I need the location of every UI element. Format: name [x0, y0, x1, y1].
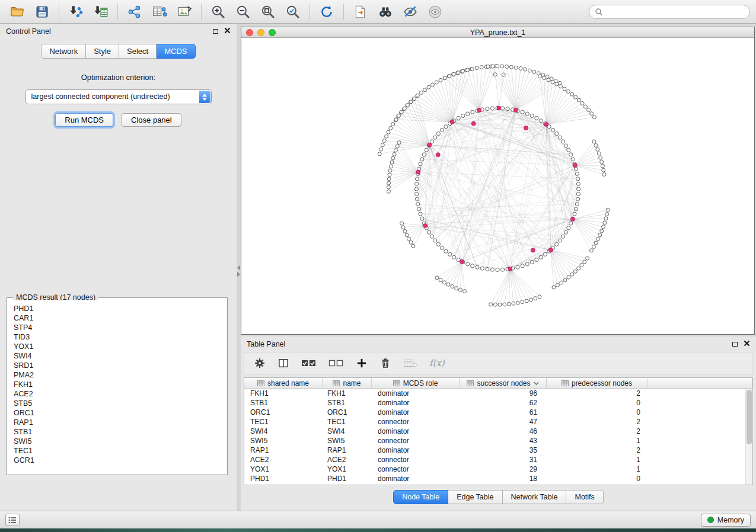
deselect-all-icon[interactable] — [328, 358, 344, 368]
task-history-button[interactable] — [5, 514, 20, 526]
search-input[interactable] — [607, 8, 744, 16]
network-window-titlebar[interactable]: YPA_prune.txt_1 — [241, 27, 754, 38]
table-panel-title: Table Panel — [247, 340, 285, 348]
search-box[interactable] — [589, 5, 750, 19]
float-panel-icon[interactable] — [213, 29, 218, 34]
network-from-table-button[interactable] — [148, 2, 171, 21]
tab-style[interactable]: Style — [86, 44, 119, 59]
column-header-predecessor-nodes[interactable]: predecessor nodes — [547, 378, 647, 389]
mcds-result-item[interactable]: PHD1 — [14, 304, 226, 313]
float-table-panel-icon[interactable] — [732, 342, 738, 347]
column-header-successor-nodes[interactable]: successor nodes — [460, 378, 547, 389]
table-row[interactable]: SWI5SWI5connector431 — [244, 436, 752, 446]
mcds-result-item[interactable]: SRD1 — [14, 361, 226, 370]
mcds-result-item[interactable]: CAR1 — [14, 313, 226, 323]
mcds-result-item[interactable]: TEC1 — [14, 446, 226, 456]
open-folder-icon — [9, 4, 25, 20]
window-zoom-icon[interactable] — [269, 29, 276, 36]
zoom-in-button[interactable] — [207, 2, 229, 21]
show-eye-button[interactable] — [424, 2, 446, 21]
table-row[interactable]: TEC1TEC1connector472 — [244, 417, 752, 427]
window-minimize-icon[interactable] — [257, 29, 264, 36]
mcds-result-item[interactable]: SWI5 — [14, 437, 226, 446]
mcds-result-item[interactable]: STB1 — [14, 427, 226, 437]
delete-row-icon[interactable] — [379, 357, 391, 369]
attribute-icon — [257, 380, 264, 386]
memory-status-icon — [707, 517, 714, 523]
table-scrollbar[interactable] — [745, 389, 752, 485]
table-row[interactable]: RAP1RAP1dominator352 — [244, 446, 752, 455]
close-panel-icon[interactable] — [224, 27, 231, 36]
hide-column-icon[interactable] — [403, 358, 417, 368]
table-scrollbar-thumb[interactable] — [747, 390, 752, 444]
table-row[interactable]: STB1STB1dominator620 — [244, 398, 752, 408]
memory-button[interactable]: Memory — [701, 514, 751, 527]
show-column-icon[interactable] — [277, 357, 289, 369]
window-close-icon[interactable] — [246, 29, 253, 36]
close-table-panel-icon[interactable] — [744, 340, 750, 348]
new-network-button[interactable] — [123, 2, 146, 21]
select-all-icon[interactable] — [301, 358, 317, 368]
table-cell: TEC1 — [323, 417, 372, 427]
table-row[interactable]: ORC1ORC1dominator610 — [244, 408, 752, 417]
import-table-button[interactable] — [90, 2, 112, 21]
tab-network[interactable]: Network — [41, 44, 86, 59]
bottom-tab-network-table[interactable]: Network Table — [503, 490, 567, 504]
mcds-result-item[interactable]: RAP1 — [14, 418, 226, 427]
mcds-result-item[interactable]: GCR1 — [14, 456, 226, 465]
mcds-result-item[interactable]: ACE2 — [14, 389, 226, 399]
import-network-button[interactable] — [65, 2, 87, 21]
table-row[interactable]: YOX1YOX1connector291 — [244, 464, 752, 474]
function-builder-icon[interactable]: f(x) — [429, 358, 445, 368]
save-session-button[interactable] — [31, 2, 53, 21]
toolbar-separator — [201, 4, 202, 20]
hide-annotations-button[interactable] — [399, 2, 422, 21]
table-row[interactable]: ACE2ACE2connector311 — [244, 455, 752, 464]
run-mcds-button[interactable]: Run MCDS — [55, 113, 113, 127]
zoom-out-button[interactable] — [232, 2, 254, 21]
table-cell: connector — [372, 417, 460, 427]
bottom-tab-node-table[interactable]: Node Table — [393, 490, 448, 504]
table-cell: YOX1 — [244, 464, 323, 474]
copy-network-doc-button[interactable] — [349, 2, 372, 21]
search-binoculars-button[interactable] — [374, 2, 397, 21]
panel-splitter[interactable] — [237, 24, 241, 511]
column-header-name[interactable]: name — [323, 378, 372, 389]
table-row[interactable]: SWI4SWI4dominator462 — [244, 427, 752, 436]
column-header-MCDS-role[interactable]: MCDS role — [372, 378, 460, 389]
table-cell: RAP1 — [323, 446, 372, 455]
tab-mcds[interactable]: MCDS — [157, 44, 195, 59]
mcds-result-item[interactable]: YOX1 — [14, 342, 226, 351]
table-cell: FKH1 — [323, 389, 372, 398]
mcds-result-item[interactable]: PMA2 — [14, 370, 226, 380]
mcds-result-item[interactable]: TID3 — [14, 332, 226, 342]
table-cell: ACE2 — [244, 455, 323, 464]
splitter-handle-icon[interactable] — [237, 265, 240, 277]
mcds-result-list[interactable]: PHD1CAR1STP4TID3YOX1SWI4SRD1PMA2FKH1ACE2… — [8, 300, 226, 473]
bottom-tab-motifs[interactable]: Motifs — [566, 490, 603, 504]
table-cell: 31 — [460, 455, 547, 464]
mcds-result-item[interactable]: STP4 — [14, 323, 226, 332]
table-cell: 2 — [547, 389, 647, 398]
mcds-result-item[interactable]: ORC1 — [14, 408, 226, 418]
table-row[interactable]: FKH1FKH1dominator962 — [244, 389, 752, 398]
column-header-shared-name[interactable]: shared name — [244, 378, 323, 389]
zoom-fit-button[interactable] — [257, 2, 279, 21]
close-panel-button[interactable]: Close panel — [122, 113, 181, 127]
mcds-result-item[interactable]: STB5 — [14, 399, 226, 408]
open-folder-button[interactable] — [6, 2, 28, 21]
network-canvas[interactable] — [241, 39, 754, 334]
network-graph[interactable] — [241, 39, 754, 334]
bottom-tab-edge-table[interactable]: Edge Table — [448, 490, 502, 504]
refresh-layout-button[interactable] — [315, 2, 338, 21]
table-row[interactable]: PHD1PHD1dominator180 — [244, 474, 752, 483]
criterion-dropdown[interactable]: largest connected component (undirected) — [25, 89, 212, 104]
copy-network-doc-icon — [353, 4, 368, 20]
zoom-selected-button[interactable] — [282, 2, 304, 21]
gear-icon[interactable] — [254, 357, 266, 369]
add-row-icon[interactable] — [356, 357, 368, 369]
tab-select[interactable]: Select — [119, 44, 157, 59]
mcds-result-item[interactable]: SWI4 — [14, 351, 226, 361]
export-image-button[interactable] — [173, 2, 196, 21]
mcds-result-item[interactable]: FKH1 — [14, 380, 226, 389]
